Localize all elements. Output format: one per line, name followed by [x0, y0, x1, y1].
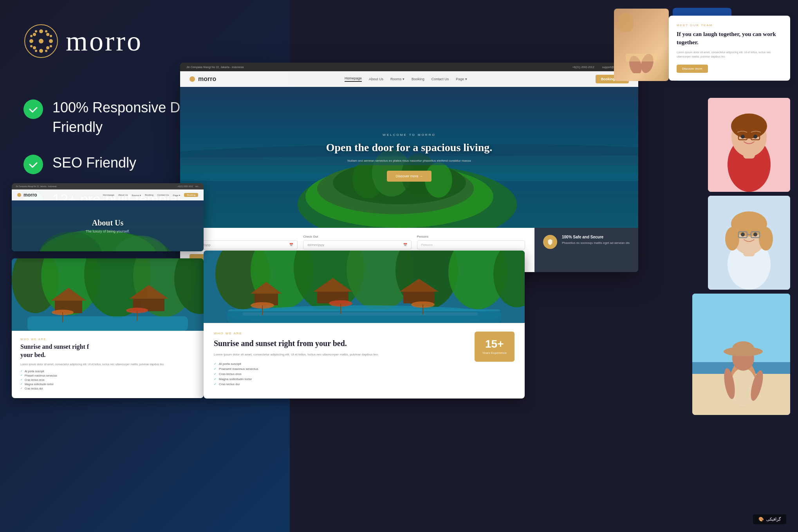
- checkout-input[interactable]: dd/mm/yyyy 📅: [303, 240, 411, 249]
- svg-point-17: [50, 45, 52, 47]
- about-nav-page[interactable]: Page ▾: [173, 194, 181, 197]
- svg-point-10: [35, 30, 37, 32]
- list-item-2: ✓Praesent maximus senectus: [214, 367, 467, 371]
- second-sunrise-list: ✓ At porta suscipit ✓ Phasell maximus se…: [20, 370, 195, 390]
- about-nav-homepage[interactable]: Homepage: [103, 194, 114, 196]
- morro-logo-icon: [23, 23, 59, 59]
- svg-point-13: [45, 50, 47, 52]
- svg-point-1: [39, 39, 43, 43]
- team-discover-button[interactable]: Discover more: [677, 65, 708, 73]
- list-item-5: ✓Cras lectus dui: [214, 382, 467, 386]
- about-subtitle: The luxury of being yourself.: [85, 229, 130, 233]
- sunrise-content: WHO WE ARE Sunrise and sunset right from…: [204, 323, 525, 399]
- topbar-address: Jln Cempaka Wangi No 22, Jakarta - Indon…: [186, 66, 244, 69]
- nav-logo-area: morro: [190, 76, 216, 83]
- safe-content: 100% Safe and Secure Phasellus ex socios…: [562, 235, 630, 245]
- years-label: Years Experience: [482, 351, 507, 355]
- svg-point-2: [39, 29, 43, 33]
- svg-point-6: [33, 33, 36, 36]
- svg-rect-86: [227, 311, 501, 323]
- hero-discover-button[interactable]: Discover more →: [387, 171, 431, 182]
- sunrise-text: WHO WE ARE Sunrise and sunset right from…: [214, 332, 467, 390]
- svg-point-3: [39, 49, 43, 53]
- about-nav-contact[interactable]: Contact Us: [157, 194, 169, 196]
- nav-links: Homepage About Us Rooms ▾ Booking Contac…: [345, 76, 467, 82]
- booking-inputs-row: Check In dd/mm/yyyy 📅 Check Out dd/mm/yy…: [190, 235, 525, 249]
- checkin-field: Check In dd/mm/yyyy 📅: [190, 235, 298, 249]
- svg-point-25: [731, 114, 767, 139]
- svg-point-37: [759, 227, 773, 251]
- nav-link-homepage[interactable]: Homepage: [345, 76, 362, 82]
- about-nav-links: Homepage About Us Rooms ▾ Booking Contac…: [103, 193, 198, 197]
- about-hero: About Us The luxury of being yourself.: [12, 200, 204, 251]
- about-nav-dot: [17, 193, 21, 197]
- small-topbar-address: Jln Cempaka Wangi No 22, Jakarta - Indon…: [16, 185, 57, 188]
- about-nav-booking[interactable]: Booking: [145, 194, 153, 196]
- watermark-icon: 🎨: [758, 517, 764, 522]
- top-photo-1: [614, 9, 669, 81]
- svg-rect-103: [27, 316, 188, 331]
- svg-rect-20: [626, 54, 657, 61]
- s-list-item: ✓ Cras lectus eros: [20, 378, 195, 381]
- sunrise-title: Sunrise and sunset right from your bed.: [214, 338, 467, 348]
- watermark: 🎨 گرافیکی: [753, 514, 786, 524]
- main-mockup: Jln Cempaka Wangi No 22, Jakarta - Indon…: [180, 63, 638, 272]
- small-topbar: Jln Cempaka Wangi No 22, Jakarta - Indon…: [12, 183, 204, 189]
- about-nav-rooms[interactable]: Rooms ▾: [132, 194, 141, 197]
- watermark-text: گرافیکی: [766, 517, 781, 522]
- checkout-label: Check Out: [303, 235, 411, 238]
- years-number: 15+: [482, 339, 507, 350]
- svg-point-11: [45, 30, 47, 32]
- about-nav-brand: morro: [23, 192, 37, 198]
- about-nav-logo: morro: [17, 192, 37, 198]
- svg-point-16: [50, 35, 52, 37]
- svg-point-42: [753, 233, 757, 236]
- person-photo-2: [708, 196, 790, 290]
- pool-image: [204, 251, 525, 323]
- nav-link-about[interactable]: About Us: [369, 77, 383, 81]
- list-item-4: ✓Magna sollicitudin tortor: [214, 377, 467, 381]
- svg-point-4: [29, 39, 33, 43]
- check-icon-responsive: [23, 99, 43, 119]
- about-title: About Us: [85, 218, 130, 227]
- svg-point-8: [33, 46, 36, 49]
- person-photo-3: [692, 294, 790, 415]
- svg-point-9: [46, 46, 49, 49]
- main-nav: morro Homepage About Us Rooms ▾ Booking …: [180, 71, 638, 87]
- checkin-label: Check In: [190, 235, 298, 238]
- sunrise-description: Lorem ipsum dolor sit amet, consectetur …: [214, 352, 467, 357]
- list-item-1: ✓At porta suscipit: [214, 362, 467, 366]
- about-mockup: Jln Cempaka Wangi No 22, Jakarta - Indon…: [12, 183, 204, 251]
- nav-link-rooms[interactable]: Rooms ▾: [390, 77, 404, 81]
- team-card: MEET OUR TEAM If you can laugh together,…: [669, 16, 790, 81]
- nav-logo-dot: [190, 76, 195, 82]
- hero-description: Nullam orci aenean senectus ex platea ri…: [319, 159, 499, 164]
- checkout-field: Check Out dd/mm/yyyy 📅: [303, 235, 411, 249]
- second-sunrise-tag: WHO WE ARE: [20, 338, 195, 341]
- checkin-input[interactable]: dd/mm/yyyy 📅: [190, 240, 298, 249]
- second-sunrise-desc: Lorem ipsum dolor sit amet, consectetur …: [20, 362, 195, 367]
- svg-point-5: [49, 39, 53, 43]
- hero-content: WELCOME TO MORRO Open the door for a spa…: [319, 133, 499, 182]
- s-list-item: ✓ Phasell maximus senectus: [20, 374, 195, 377]
- pool-svg: [204, 251, 525, 323]
- nav-link-booking[interactable]: Booking: [412, 77, 424, 81]
- hero-title: Open the door for a spacious living.: [319, 141, 499, 155]
- safe-icon: [543, 235, 557, 249]
- svg-point-41: [741, 233, 745, 236]
- persons-input[interactable]: Persons: [417, 240, 525, 249]
- svg-point-12: [35, 50, 37, 52]
- svg-point-15: [30, 45, 32, 47]
- s-list-item: ✓ Magna sollicitudin tortor: [20, 382, 195, 386]
- second-pool-mockup: WHO WE ARE Sunrise and sunset right fyou…: [12, 258, 204, 398]
- s-list-item: ✓ Cras lectus dui: [20, 387, 195, 390]
- about-nav-about[interactable]: About Us: [118, 194, 128, 196]
- about-nav-btn[interactable]: Booking: [184, 193, 198, 197]
- topbar-phone: +6(21) 2002-2012: [572, 66, 594, 69]
- logo-area: morro: [23, 23, 143, 59]
- nav-link-contact[interactable]: Contact Us: [431, 77, 449, 81]
- sunrise-tag: WHO WE ARE: [214, 332, 467, 335]
- small-topbar-email-2: em...: [195, 185, 200, 188]
- list-item-3: ✓Cras lectus eros: [214, 372, 467, 376]
- nav-link-page[interactable]: Page ▾: [456, 77, 467, 81]
